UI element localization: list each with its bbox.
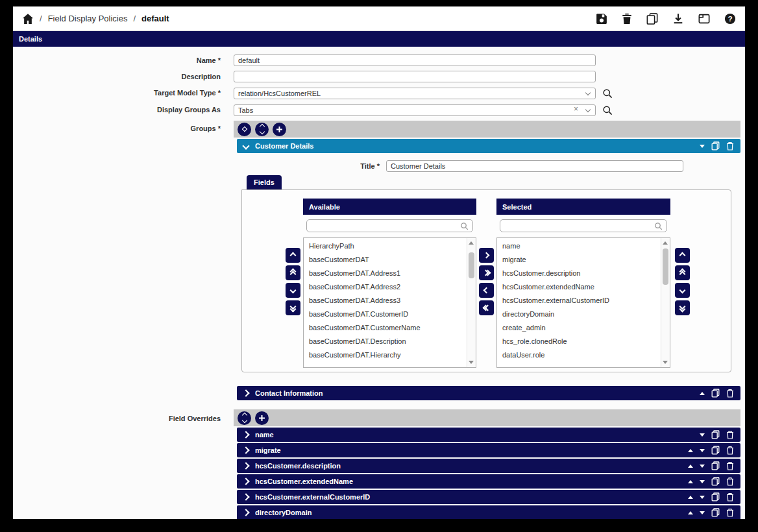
clear-icon[interactable]: ×	[574, 105, 578, 113]
display-groups-as-select[interactable]	[234, 104, 596, 116]
expand-all-button[interactable]	[255, 123, 269, 136]
target-model-type-select[interactable]	[234, 88, 596, 99]
search-icon[interactable]	[602, 105, 613, 115]
override-row-directorydomain[interactable]: directoryDomain	[237, 505, 740, 519]
delete-icon[interactable]	[726, 492, 734, 502]
move-up-icon[interactable]	[700, 392, 705, 395]
scrollbar-thumb[interactable]	[663, 248, 668, 285]
delete-icon[interactable]	[726, 446, 734, 455]
duplicate-icon[interactable]	[711, 141, 720, 151]
collapse-all-button[interactable]	[238, 123, 251, 136]
delete-icon[interactable]	[726, 461, 734, 470]
list-item[interactable]: baseCustomerDAT.CustomerID	[304, 308, 467, 321]
move-up-icon[interactable]	[688, 449, 693, 452]
delete-icon[interactable]	[726, 477, 734, 486]
duplicate-icon[interactable]	[711, 508, 720, 517]
available-search-input[interactable]	[306, 219, 473, 232]
move-down-icon[interactable]	[700, 449, 705, 452]
scroll-down-icon[interactable]	[663, 361, 668, 364]
duplicate-icon[interactable]	[711, 446, 720, 455]
list-item[interactable]: HierarchyPath	[304, 239, 467, 253]
list-item[interactable]: dataUser.role	[497, 348, 661, 362]
scroll-down-icon[interactable]	[469, 361, 474, 364]
tab-fields[interactable]: Fields	[247, 175, 282, 189]
list-item[interactable]: baseCustomerDAT.Address3	[304, 294, 467, 308]
move-down-button[interactable]	[675, 283, 690, 298]
delete-icon[interactable]	[726, 430, 734, 439]
move-up-button[interactable]	[286, 248, 300, 263]
group-header-contact-information[interactable]: Contact Information	[237, 386, 740, 400]
scroll-up-icon[interactable]	[469, 241, 474, 245]
move-left-button[interactable]	[479, 283, 494, 298]
list-item[interactable]: baseCustomerDAT.Address2	[304, 280, 467, 294]
delete-icon[interactable]	[726, 141, 734, 151]
move-bottom-button[interactable]	[286, 300, 300, 315]
move-up-icon[interactable]	[688, 480, 693, 483]
copy-icon[interactable]	[646, 13, 658, 25]
add-override-button[interactable]	[255, 411, 269, 425]
list-item[interactable]: hcsCustomer.extendedName	[497, 280, 661, 294]
move-down-icon[interactable]	[700, 433, 705, 437]
move-up-icon[interactable]	[688, 511, 693, 514]
move-up-button[interactable]	[675, 248, 690, 263]
list-item[interactable]: baseCustomerDAT.CustomerName	[304, 321, 467, 335]
scrollbar-thumb[interactable]	[469, 252, 474, 278]
move-all-left-button[interactable]	[479, 300, 494, 315]
move-top-button[interactable]	[675, 265, 690, 280]
duplicate-icon[interactable]	[711, 492, 720, 502]
move-up-icon[interactable]	[688, 465, 693, 468]
move-top-button[interactable]	[286, 265, 300, 280]
move-bottom-button[interactable]	[675, 300, 690, 315]
tab-details[interactable]: Details	[13, 31, 745, 47]
list-item[interactable]: hcsCustomer.description	[497, 267, 661, 280]
title-input[interactable]	[386, 160, 683, 172]
delete-icon[interactable]	[726, 389, 734, 398]
move-down-icon[interactable]	[700, 465, 705, 468]
chevron-down-icon[interactable]	[586, 91, 590, 95]
duplicate-icon[interactable]	[711, 389, 720, 398]
list-item[interactable]: baseCustomerDAT	[304, 253, 467, 267]
list-item[interactable]: migrate	[497, 253, 661, 267]
move-down-icon[interactable]	[700, 145, 705, 148]
delete-icon[interactable]	[726, 508, 734, 517]
move-all-right-button[interactable]	[479, 265, 494, 280]
list-item[interactable]: hcsCustomer.externalCustomerID	[497, 294, 661, 308]
expand-all-button[interactable]	[238, 411, 251, 425]
scroll-up-icon[interactable]	[663, 241, 668, 245]
move-down-icon[interactable]	[700, 496, 705, 499]
override-row-hcscustomer-extendedname[interactable]: hcsCustomer.extendedName	[237, 474, 740, 489]
list-item[interactable]: baseCustomerDAT.Description	[304, 335, 467, 348]
move-right-button[interactable]	[479, 248, 494, 263]
available-scrollbar[interactable]	[467, 238, 476, 367]
save-icon[interactable]	[596, 13, 607, 25]
list-item[interactable]: baseCustomerDAT.Hierarchy	[304, 348, 467, 362]
move-up-icon[interactable]	[688, 496, 693, 499]
move-down-icon[interactable]	[700, 511, 705, 514]
new-window-icon[interactable]	[698, 13, 710, 25]
download-icon[interactable]	[672, 13, 684, 25]
duplicate-icon[interactable]	[711, 461, 720, 470]
list-item[interactable]: name	[497, 239, 661, 253]
list-item[interactable]: hcs_role.clonedRole	[497, 335, 661, 348]
home-icon[interactable]	[22, 13, 34, 25]
help-icon[interactable]: ?	[724, 13, 736, 25]
search-icon[interactable]	[602, 88, 613, 99]
list-item[interactable]: create_admin	[497, 321, 661, 335]
list-item[interactable]: directoryDomain	[497, 308, 661, 321]
move-down-icon[interactable]	[700, 480, 705, 483]
breadcrumb-field-display-policies[interactable]: Field Display Policies	[48, 14, 128, 23]
duplicate-icon[interactable]	[711, 477, 720, 486]
delete-icon[interactable]	[622, 13, 632, 25]
selected-scrollbar[interactable]	[661, 238, 670, 367]
override-row-hcscustomer-description[interactable]: hcsCustomer.description	[237, 459, 740, 473]
list-item[interactable]: baseCustomerDAT.Address1	[304, 267, 467, 280]
selected-search-input[interactable]	[500, 219, 667, 232]
override-row-migrate[interactable]: migrate	[237, 443, 740, 457]
override-row-hcscustomer-externalcustomerid[interactable]: hcsCustomer.externalCustomerID	[237, 490, 740, 504]
description-input[interactable]	[234, 71, 596, 82]
add-group-button[interactable]	[273, 123, 286, 136]
duplicate-icon[interactable]	[711, 430, 720, 439]
move-down-button[interactable]	[286, 283, 300, 298]
override-row-name[interactable]: name	[237, 428, 740, 442]
group-header-customer-details[interactable]: Customer Details	[237, 139, 740, 153]
